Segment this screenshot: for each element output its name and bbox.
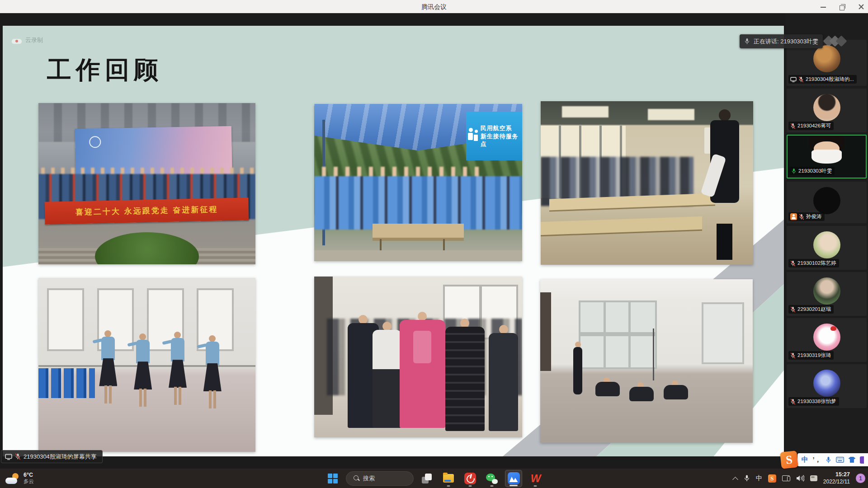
tray-overflow-chevron-icon[interactable] xyxy=(733,476,738,481)
participant-tile[interactable]: 21930102陈艺婷 xyxy=(787,226,867,270)
file-explorer-button[interactable] xyxy=(440,470,457,487)
sogou-logo[interactable]: S xyxy=(780,450,798,469)
notification-badge[interactable]: 1 xyxy=(856,474,865,483)
photo5-figure xyxy=(373,322,401,428)
wechat-button[interactable] xyxy=(483,470,500,487)
ime-mode-button[interactable]: 中 xyxy=(802,455,808,464)
avatar xyxy=(813,187,840,214)
photo4-blue-chairs xyxy=(38,368,95,398)
search-label: 搜索 xyxy=(363,474,375,483)
sogou-tray-icon[interactable]: S xyxy=(768,474,776,483)
screen-share-banner: 21930304殷淑琦的屏幕共享 xyxy=(1,450,103,463)
participant-name-pill: 21930102陈艺婷 xyxy=(788,259,839,267)
tencent-meeting-button[interactable] xyxy=(505,470,522,487)
slide-title: 工作回顾 xyxy=(47,54,163,87)
wechat-icon xyxy=(486,473,498,484)
tencent-meeting-icon xyxy=(508,472,520,484)
folder-icon xyxy=(443,474,454,483)
weather-icon xyxy=(5,473,20,484)
speaking-indicator: 正在讲话: 21930303叶雯 xyxy=(740,34,823,48)
avatar xyxy=(813,45,840,72)
photo1-bush xyxy=(95,232,199,264)
minimize-button[interactable] xyxy=(819,3,827,11)
participant-name-pill: 21930303叶雯 xyxy=(789,167,835,175)
avatar xyxy=(813,231,840,258)
mic-muted-icon xyxy=(790,352,796,359)
ime-language-indicator[interactable]: 中 xyxy=(756,474,762,483)
ime-keyboard-icon[interactable] xyxy=(836,457,844,463)
taskbar-center: 搜索 W xyxy=(324,469,544,488)
ime-toolbar[interactable]: S 中 ’， xyxy=(781,451,868,468)
photo-dance-rehearsal xyxy=(38,278,255,452)
taskbar: 6°C 多云 搜索 W 中 S 15:27 xyxy=(0,469,868,488)
speaker-icon[interactable] xyxy=(796,475,804,482)
participant-tile[interactable]: 22930201赵瑞 xyxy=(787,272,867,316)
participant-name-pill: 22930201赵瑞 xyxy=(788,305,834,314)
participant-video xyxy=(809,135,844,163)
participants-sidebar[interactable]: 21930304殷淑琦的... 21930426蒋可 21930303叶雯 孙俊… xyxy=(785,14,868,469)
participant-tile[interactable]: 21930426蒋可 xyxy=(787,89,867,132)
photo6-crouching-figure xyxy=(595,377,620,397)
photo4-window xyxy=(47,288,84,351)
tray-mic-icon[interactable] xyxy=(744,474,750,482)
screen-share-icon xyxy=(790,77,797,82)
participant-tile[interactable]: 21930338张怡梦 xyxy=(787,364,867,408)
desktop-screen: 腾讯会议 工作回顾 欢迎你 正德的新主人 喜迎二十大 永远跟党走 奋进新征程 xyxy=(0,0,868,488)
photo2-sign-line2: 新生接待服务点 xyxy=(481,132,520,148)
window-controls xyxy=(819,0,867,14)
participant-name-pill: 21930338张怡梦 xyxy=(788,397,839,406)
ime-toolbox-icon[interactable] xyxy=(860,456,864,464)
participant-name: 21930338张怡梦 xyxy=(797,398,836,405)
restore-button[interactable] xyxy=(838,3,846,11)
start-button[interactable] xyxy=(324,470,341,487)
photo4-dancer xyxy=(169,332,187,408)
participant-name-pill: 孙俊涛 xyxy=(788,212,825,221)
wps-office-button[interactable]: W xyxy=(527,470,544,487)
photo3-ceiling-lights xyxy=(562,106,609,117)
participant-tile[interactable]: 孙俊涛 xyxy=(787,182,867,223)
photo6-crouching-figure xyxy=(629,382,654,402)
task-view-button[interactable] xyxy=(418,470,435,487)
ime-strip[interactable]: 中 ’， xyxy=(797,453,868,466)
shared-screen-slide: 工作回顾 欢迎你 正德的新主人 喜迎二十大 永远跟党走 奋进新征程 xyxy=(3,26,784,456)
photo5-pink-hoodie-figure xyxy=(400,312,445,427)
cloud-record-icon xyxy=(12,37,22,44)
close-button[interactable] xyxy=(857,3,865,11)
mic-muted-icon xyxy=(790,306,796,313)
wps-icon: W xyxy=(529,473,541,484)
weather-widget[interactable]: 6°C 多云 xyxy=(5,469,34,488)
search-icon xyxy=(354,475,359,481)
photo5-puffer-figure xyxy=(445,319,485,431)
photo6-window-center xyxy=(579,300,657,369)
avatar-galaxy xyxy=(813,370,840,397)
photo-evening-classroom xyxy=(541,101,753,265)
mic-icon xyxy=(744,38,750,45)
screen-share-icon xyxy=(5,454,12,460)
participant-tile[interactable]: 21930319张琦 xyxy=(787,318,867,362)
tray-time: 15:27 xyxy=(823,471,850,479)
photo2-blue-sign: 民用航空系 新生接待服务点 xyxy=(466,112,522,160)
ime-skin-icon[interactable] xyxy=(848,457,855,463)
photo-indoor-performance xyxy=(314,277,522,437)
photo3-desk xyxy=(541,216,702,235)
photo1-red-banner: 喜迎二十大 永远跟党走 奋进新征程 xyxy=(45,197,249,224)
ime-punctuation-button[interactable]: ’， xyxy=(812,455,821,464)
ime-voice-icon[interactable] xyxy=(826,456,831,464)
netease-music-button[interactable] xyxy=(462,470,479,487)
person-badge-icon xyxy=(790,213,797,220)
participant-name-pill: 21930426蒋可 xyxy=(788,122,834,130)
system-tray: 中 S 15:27 2022/12/11 1 xyxy=(733,469,865,488)
taskbar-search[interactable]: 搜索 xyxy=(346,471,414,486)
photo1-school-logo xyxy=(89,136,101,148)
speaker-avatar-stack xyxy=(825,36,852,47)
photo3-person-head xyxy=(719,109,731,121)
participant-tile-speaking[interactable]: 21930303叶雯 xyxy=(787,135,867,178)
clock[interactable]: 15:27 2022/12/11 xyxy=(823,471,850,485)
participant-name: 22930201赵瑞 xyxy=(797,306,831,313)
screen-share-label: 21930304殷淑琦的屏幕共享 xyxy=(24,453,97,461)
touch-keyboard-icon[interactable] xyxy=(810,475,817,481)
participant-name: 21930303叶雯 xyxy=(798,168,832,174)
photo6-door xyxy=(540,292,551,371)
cast-display-icon[interactable] xyxy=(782,475,790,482)
task-view-icon xyxy=(422,474,432,483)
